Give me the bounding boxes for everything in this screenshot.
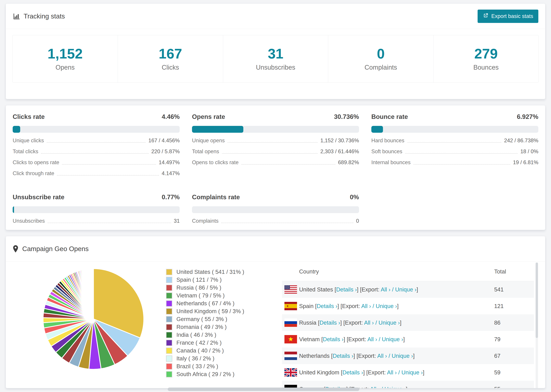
rate-stat-row: Unique opens 1,152 / 30.736% — [192, 138, 359, 144]
export-unique-link[interactable]: Unique › — [392, 353, 413, 359]
legend-label: South Africa ( 29 / 2% ) — [177, 371, 234, 378]
rate-progress-fill — [371, 126, 383, 133]
rate-stat-label: Unsubscribes — [13, 218, 45, 224]
rate-stat-row: Clicks to opens rate 14.497% — [13, 159, 180, 166]
total-cell: 59 — [494, 369, 534, 376]
summary-cell: 1,152 Opens — [13, 35, 118, 83]
geo-pie-chart — [40, 266, 147, 372]
rate-stat-row: Complaints 0 — [192, 218, 359, 224]
legend-label: Russia ( 86 / 5% ) — [177, 284, 221, 291]
rate-stat-value: 220 / 5.87% — [151, 148, 180, 155]
rate-stat-row: Soft bounces 18 / 0% — [371, 148, 538, 155]
rate-block: Unsubscribe rate 0.77% Unsubscribes 31 — [13, 194, 180, 224]
pie-legend: United States ( 541 / 31% ) Spain ( 121 … — [166, 269, 277, 379]
horizontal-scrollbar-thumb[interactable] — [168, 388, 359, 391]
export-all-link[interactable]: All › — [387, 369, 397, 376]
rate-stat-row: Unique clicks 167 / 4.456% — [13, 138, 180, 144]
table-vertical-scrollbar[interactable] — [536, 263, 538, 388]
legend-label: Romania ( 49 / 3% ) — [177, 324, 226, 330]
legend-label: United Kingdom ( 59 / 3% ) — [177, 308, 244, 315]
geo-opens-card: Campaign Geo Opens United States ( 541 /… — [6, 236, 545, 388]
country-flag-icon — [284, 352, 297, 360]
legend-item: Russia ( 86 / 5% ) — [166, 284, 277, 291]
country-cell: Russia [Details ›] [Export: All › / Uniq… — [299, 320, 494, 326]
export-all-link[interactable]: All › — [377, 353, 387, 359]
export-all-link[interactable]: All › — [364, 320, 374, 326]
summary-value: 0 — [377, 47, 385, 61]
export-unique-link[interactable]: Unique › — [395, 286, 417, 293]
export-all-link[interactable]: All › — [381, 286, 390, 293]
legend-swatch — [166, 348, 172, 354]
details-link[interactable]: Details › — [323, 336, 344, 343]
rate-stat-row: Internal bounces 19 / 6.81% — [371, 159, 538, 166]
export-unique-link[interactable]: Unique › — [382, 336, 403, 343]
legend-swatch — [166, 324, 172, 330]
legend-label: India ( 46 / 3% ) — [177, 332, 216, 338]
legend-item: Brazil ( 33 / 2% ) — [166, 363, 277, 370]
rate-progress-bar — [13, 206, 180, 213]
rate-stat-label: Total clicks — [13, 148, 38, 155]
rate-value: 0.77% — [162, 194, 180, 201]
map-pin-icon — [13, 245, 19, 253]
legend-item: Italy ( 36 / 2% ) — [166, 355, 277, 362]
total-cell: 55 — [494, 386, 534, 388]
legend-item: Romania ( 49 / 3% ) — [166, 324, 277, 330]
legend-item: Germany ( 55 / 3% ) — [166, 316, 277, 322]
dotted-leader — [222, 153, 318, 154]
rate-stat-row: Click through rate 4.147% — [13, 170, 180, 176]
total-cell: 121 — [494, 303, 534, 309]
rate-stat-row: Total opens 2,303 / 61.446% — [192, 148, 359, 155]
legend-label: Italy ( 36 / 2% ) — [177, 355, 214, 362]
tracking-stats-card: Tracking stats Export basic stats 1,152 … — [6, 3, 545, 99]
geo-opens-header: Campaign Geo Opens — [6, 236, 545, 261]
legend-swatch — [166, 300, 172, 307]
geo-opens-title: Campaign Geo Opens — [13, 245, 89, 253]
geo-table-body: United States [Details ›] [Export: All ›… — [282, 281, 534, 388]
total-cell: 86 — [494, 320, 534, 326]
legend-swatch — [166, 293, 172, 299]
rate-progress-bar — [13, 126, 180, 133]
legend-swatch — [166, 308, 172, 315]
legend-label: Vietnam ( 79 / 5% ) — [177, 292, 225, 299]
rates-grid: Clicks rate 4.46% Unique clicks 167 / 4.… — [6, 105, 545, 231]
export-unique-link[interactable]: Unique › — [376, 303, 397, 309]
details-link[interactable]: Details › — [333, 353, 353, 359]
summary-label: Clicks — [162, 64, 179, 71]
export-unique-link[interactable]: Unique › — [379, 320, 400, 326]
summary-cell: 0 Complaints — [328, 35, 433, 83]
rate-progress-fill — [192, 126, 243, 133]
export-basic-stats-button[interactable]: Export basic stats — [478, 10, 538, 23]
rate-stat-row: Total clicks 220 / 5.87% — [13, 148, 180, 155]
rate-stat-label: Soft bounces — [371, 148, 402, 155]
country-cell: United States [Details ›] [Export: All ›… — [299, 286, 494, 293]
table-row: Germany [Details ›] [Export: All › / Uni… — [282, 381, 534, 388]
summary-strip: 1,152 Opens 167 Clicks 31 Unsubscribes 0… — [12, 35, 539, 83]
tracking-stats-title: Tracking stats — [13, 13, 65, 20]
table-row: Russia [Details ›] [Export: All › / Uniq… — [282, 314, 534, 331]
summary-cell: 31 Unsubscribes — [223, 35, 328, 83]
rate-stat-label: Opens to clicks rate — [192, 159, 239, 166]
details-link[interactable]: Details › — [342, 369, 363, 376]
details-link[interactable]: Details › — [319, 320, 340, 326]
details-link[interactable]: Details › — [336, 286, 357, 293]
rate-stat-value: 242 / 86.738% — [504, 138, 538, 144]
legend-swatch — [166, 363, 172, 370]
export-all-link[interactable]: All › — [370, 386, 380, 388]
details-link[interactable]: Details › — [317, 303, 338, 309]
legend-swatch — [166, 332, 172, 338]
export-unique-link[interactable]: Unique › — [402, 369, 423, 376]
column-country: Country — [299, 268, 494, 275]
legend-label: France ( 42 / 2% ) — [177, 339, 222, 346]
export-unique-link[interactable]: Unique › — [384, 386, 406, 388]
table-row: United Kingdom [Details ›] [Export: All … — [282, 364, 534, 381]
rate-stat-value: 18 / 0% — [520, 148, 538, 155]
rate-stat-value: 0 — [356, 218, 359, 224]
country-flag-icon — [284, 318, 297, 327]
export-all-link[interactable]: All › — [361, 303, 371, 309]
legend-swatch — [166, 285, 172, 291]
country-flag-icon — [284, 285, 297, 294]
summary-value: 167 — [159, 47, 182, 61]
table-scrollbar-thumb[interactable] — [536, 263, 538, 338]
export-all-link[interactable]: All › — [367, 336, 377, 343]
legend-item: Netherlands ( 67 / 4% ) — [166, 300, 277, 307]
